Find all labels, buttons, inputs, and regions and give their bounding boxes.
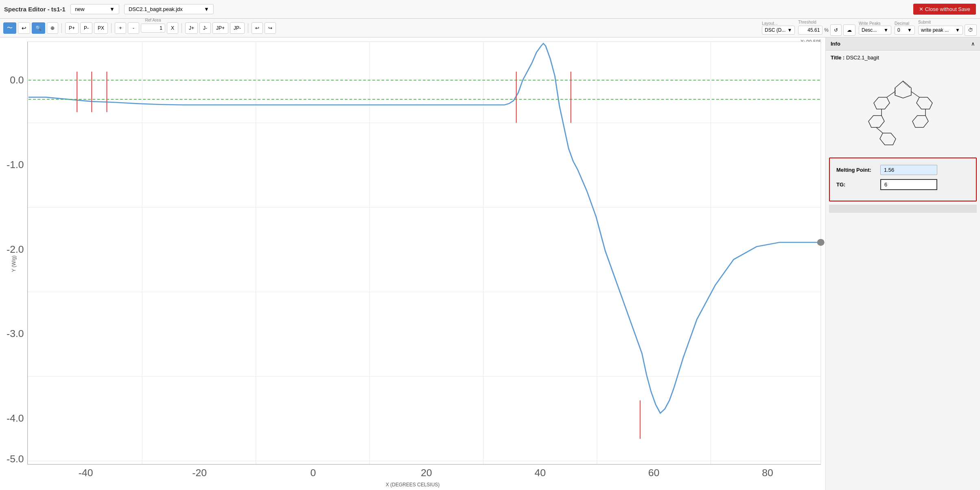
new-dropdown-label: new [75, 6, 85, 12]
layout-dropdown[interactable]: DSC (D... ▼ [762, 26, 795, 35]
svg-text:-20: -20 [192, 468, 207, 478]
collapse-icon[interactable]: ∧ [971, 41, 975, 47]
close-without-save-button[interactable]: ✕ Close without Save [913, 4, 976, 15]
chevron-down-wp: ▼ [884, 27, 888, 33]
peak-px-button[interactable]: PX [94, 22, 108, 34]
decimal-dropdown[interactable]: 0 ▼ [895, 26, 915, 35]
layout-group: Layout... DSC (D... ▼ [762, 21, 795, 35]
chevron-down-layout: ▼ [787, 27, 792, 33]
submit-value: write peak ... [921, 27, 949, 33]
svg-line-29 [887, 92, 895, 97]
write-peaks-group: Write Peaks Desc... ▼ [859, 21, 891, 35]
svg-marker-30 [874, 97, 890, 109]
peak-p-minus-button[interactable]: P- [80, 22, 92, 34]
melting-point-input[interactable] [880, 165, 937, 175]
zoom2-button[interactable]: ⊕ [47, 22, 58, 34]
melting-point-row: Melting Point: [836, 165, 969, 175]
clock-button[interactable]: ⏱ [965, 24, 977, 36]
submit-group: Submit write peak ... ▼ ⏱ [918, 20, 977, 36]
cloud-button[interactable]: ☁ [843, 24, 855, 36]
layout-value: DSC (D... [765, 27, 785, 33]
svg-line-31 [911, 92, 919, 97]
submit-label: Submit [918, 20, 931, 24]
chart-area[interactable]: X: 99.585 Y (W/g) [0, 37, 825, 490]
threshold-input[interactable] [798, 26, 822, 35]
svg-line-37 [876, 127, 883, 133]
ref-area-input[interactable] [141, 24, 165, 33]
molecule-area [826, 65, 980, 154]
chevron-down-icon: ▼ [109, 6, 115, 12]
jp-plus-button[interactable]: JP+ [212, 22, 228, 34]
svg-text:-2.0: -2.0 [7, 244, 24, 255]
toolbar-right: Layout... DSC (D... ▼ Threshold % ↺ ☁ Wr… [762, 20, 977, 36]
toolbar-sep-4 [248, 23, 248, 33]
decimal-label: Decimal [895, 21, 909, 26]
jp-minus-button[interactable]: JP- [230, 22, 245, 34]
file-dropdown[interactable]: DSC2.1_bagit.peak.jdx ▼ [124, 4, 214, 14]
write-peaks-label: Write Peaks [859, 21, 881, 26]
info-title-row: Title : DSC2.1_bagit [826, 50, 980, 65]
svg-text:-4.0: -4.0 [7, 413, 24, 424]
svg-marker-32 [917, 97, 932, 109]
svg-marker-28 [895, 81, 911, 98]
decimal-group: Decimal 0 ▼ [895, 21, 915, 35]
x-axis-label: X (DEGREES CELSIUS) [386, 482, 440, 488]
svg-text:-3.0: -3.0 [7, 328, 24, 339]
main: X: 99.585 Y (W/g) [0, 37, 980, 490]
write-peaks-value: Desc... [862, 27, 877, 33]
refresh-button[interactable]: ↺ [830, 24, 842, 36]
redo-button[interactable]: ↪ [265, 22, 276, 34]
undo-curve-button[interactable]: ↩ [18, 22, 30, 34]
info-section-header[interactable]: Info ∧ [826, 37, 980, 50]
new-dropdown[interactable]: new ▼ [70, 4, 119, 14]
header-left: Spectra Editor - ts1-1 new ▼ DSC2.1_bagi… [4, 4, 214, 14]
minus-button[interactable]: - [128, 22, 139, 34]
toolbar-sep-3 [182, 23, 182, 33]
chevron-down-dec: ▼ [907, 27, 912, 33]
threshold-label: Threshold [798, 20, 816, 24]
svg-text:-5.0: -5.0 [7, 454, 24, 464]
title-value: DSC2.1_bagit [846, 55, 879, 61]
header: Spectra Editor - ts1-1 new ▼ DSC2.1_bagi… [0, 0, 980, 19]
x-button[interactable]: X [167, 22, 178, 34]
endpoint-marker[interactable] [817, 239, 825, 246]
svg-text:80: 80 [762, 468, 773, 478]
toolbar-sep-1 [61, 23, 62, 33]
app-title: Spectra Editor - ts1-1 [4, 6, 66, 13]
undo-button[interactable]: ↩ [252, 22, 263, 34]
svg-text:40: 40 [534, 468, 546, 478]
peak-p-plus-button[interactable]: P+ [65, 22, 79, 34]
form-box: Melting Point: TG: [829, 158, 977, 201]
threshold-group: Threshold % ↺ ☁ [798, 20, 855, 36]
right-panel: Info ∧ Title : DSC2.1_bagit [825, 37, 980, 490]
svg-text:0.0: 0.0 [10, 75, 24, 85]
j-plus-button[interactable]: J+ [185, 22, 198, 34]
svg-line-39 [903, 82, 910, 88]
percent-label: % [824, 27, 829, 33]
svg-text:-1.0: -1.0 [7, 160, 24, 170]
title-label: Title : [831, 55, 844, 61]
toolbar: 〜 ↩ 🔍 ⊕ P+ P- PX + - Ref Area X J+ J- JP… [0, 19, 980, 37]
line-tool-button[interactable]: 〜 [3, 22, 16, 34]
tg-input[interactable] [880, 179, 937, 190]
ref-area-label: Ref Area [145, 18, 161, 22]
submit-dropdown[interactable]: write peak ... ▼ [918, 26, 963, 35]
svg-text:60: 60 [648, 468, 660, 478]
write-peaks-dropdown[interactable]: Desc... ▼ [859, 26, 891, 35]
form-footer [829, 205, 977, 213]
chart-svg[interactable]: -40 -20 0 20 40 60 80 0.0 -1.0 -2.0 -3.0… [0, 37, 825, 490]
svg-marker-36 [912, 116, 928, 127]
layout-label: Layout... [762, 21, 777, 26]
tg-label: TG: [836, 182, 877, 188]
j-minus-button[interactable]: J- [199, 22, 211, 34]
toolbar-sep-2 [111, 23, 112, 33]
add-button[interactable]: + [115, 22, 126, 34]
svg-marker-34 [868, 116, 884, 127]
svg-text:0: 0 [311, 468, 316, 478]
svg-text:20: 20 [421, 468, 432, 478]
chevron-down-sub: ▼ [955, 27, 960, 33]
zoom-button[interactable]: 🔍 [32, 22, 45, 34]
molecule-svg [854, 69, 952, 150]
info-label: Info [831, 41, 840, 47]
decimal-value: 0 [897, 27, 900, 33]
